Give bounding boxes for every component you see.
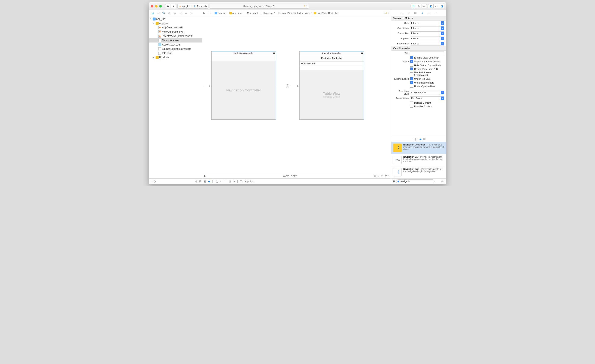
scm-icon[interactable]: ☒ (198, 180, 201, 183)
scene-root-view-controller[interactable]: Root View Controller Root View Controlle… (299, 51, 364, 120)
editor-standard-button[interactable]: ☰ (411, 4, 416, 8)
close-icon[interactable] (151, 5, 153, 7)
storyboard-canvas[interactable]: Navigation Controller Navigation Control… (202, 16, 391, 173)
library-search-input[interactable] (396, 179, 434, 183)
hide-debug-icon[interactable]: ▣ (204, 180, 206, 183)
forward-button[interactable]: 〉 (210, 11, 212, 14)
topbar-select[interactable]: Inferred⇅ (410, 36, 444, 40)
transition-select[interactable]: Cover Vertical⇅ (410, 91, 444, 94)
project-navigator-tab[interactable]: ▤ (150, 10, 155, 16)
under-top-checkbox[interactable]: ✓ (410, 77, 413, 80)
report-navigator-tab[interactable]: ☰ (189, 10, 194, 16)
initial-vc-checkbox[interactable]: – (410, 56, 413, 59)
size-select[interactable]: Inferred⇅ (410, 21, 444, 25)
run-button[interactable]: ▶ (165, 4, 171, 8)
presentation-select[interactable]: Full Screen⇅ (410, 96, 444, 100)
stop-button[interactable]: ■ (170, 4, 176, 8)
grid-icon[interactable]: ⊞ (393, 180, 395, 183)
adjust-insets-checkbox[interactable]: ✓ (410, 60, 413, 63)
step-into-button[interactable]: ↓ (220, 180, 221, 183)
recent-icon[interactable]: ◷ (195, 180, 197, 183)
under-bottom-checkbox[interactable]: ✓ (410, 81, 413, 84)
help-inspector-tab[interactable]: ? (405, 10, 411, 16)
toggle-navigator-button[interactable]: ◧ (428, 4, 434, 8)
pin-icon[interactable]: ⊢⊣ (385, 174, 390, 177)
tree-file[interactable]: Info.plist (149, 51, 202, 55)
tree-file[interactable]: ViewController.swift (149, 30, 202, 34)
library-item-navigation-item[interactable]: 〈 Navigation Item - Represents a state o… (391, 166, 446, 178)
tree-file[interactable]: TweetsViewController.swift (149, 34, 202, 38)
debug-target[interactable]: app_ios (245, 180, 254, 183)
navigation-bar-icon: 〈 Title (393, 156, 402, 164)
file-inspector-tab[interactable]: ▯ (399, 10, 404, 16)
hide-bottombar-checkbox[interactable] (410, 64, 413, 67)
title-input[interactable] (410, 51, 444, 55)
step-over-button[interactable]: △ (216, 180, 218, 183)
editor-version-button[interactable]: ↔ (421, 4, 427, 8)
filter-icon[interactable]: ◎ (153, 180, 156, 183)
minimize-icon[interactable] (155, 5, 157, 7)
orientation-select[interactable]: Inferred⇅ (410, 26, 444, 30)
jump-bar[interactable]: ⊞ 〈 〉 app_ios〉 app_ios〉 Mai…oard〉 Mai…as… (202, 10, 391, 16)
search-icon: ◉ (397, 180, 399, 182)
embed-icon[interactable]: ☰ (377, 174, 380, 177)
object-library: 〈 Navigation Controller - A controller t… (391, 142, 446, 178)
debug-navigator-tab[interactable]: ☰ (177, 10, 183, 16)
library-item-navigation-bar[interactable]: 〈 Title Navigation Bar - Provides a mech… (391, 154, 446, 166)
add-button[interactable]: + (150, 180, 152, 183)
align-icon[interactable]: ⊩ (381, 174, 383, 177)
defines-context-checkbox[interactable] (410, 101, 413, 104)
tree-file[interactable]: Assets.xcassets (149, 42, 202, 47)
symbol-navigator-tab[interactable]: ☷ (155, 10, 161, 16)
tree-project-root[interactable]: ▼app_ios (149, 17, 202, 21)
project-tree: ▼app_ios ▼app_ios AppDelegate.swift View… (149, 16, 202, 178)
size-inspector-tab[interactable]: ▤ (426, 10, 432, 16)
statusbar-select[interactable]: Inferred⇅ (410, 31, 444, 35)
tree-group[interactable]: ▶Products (149, 55, 202, 60)
warning-icon[interactable]: ⚠ (385, 12, 388, 14)
scheme-selector[interactable]: ▲ app_ios 〉 ▮ iPhone 6s (177, 4, 208, 8)
object-library-tab[interactable]: ◉ (419, 138, 421, 140)
debug-bar: ▣ ◆ ‖ △ ↓ ↑ | ▯ ➤ | ☰ app_ios (202, 178, 391, 184)
process-icon[interactable]: ☰ (240, 180, 242, 183)
zoom-icon[interactable] (159, 5, 162, 7)
issue-navigator-tab[interactable]: ⚠ (166, 10, 172, 16)
code-snippet-tab[interactable]: { } (415, 138, 418, 140)
inspector-tabs: ▯ ? ▦ ⇩ ▤ → (391, 10, 446, 16)
test-navigator-tab[interactable]: ◇ (172, 10, 177, 16)
layout-icon[interactable]: ▦ (374, 174, 376, 177)
scene-navigation-controller[interactable]: Navigation Controller Navigation Control… (211, 51, 276, 120)
attributes-inspector-tab[interactable]: ⇩ (419, 10, 425, 16)
library-item-navigation-controller[interactable]: 〈 Navigation Controller - A controller t… (391, 142, 446, 154)
tree-group[interactable]: ▼app_ios (149, 21, 202, 25)
toggle-debug-button[interactable]: ▭ (433, 4, 439, 8)
view-debug-icon[interactable]: ▯ (229, 180, 231, 183)
segue-icon[interactable]: ⊘ (286, 84, 289, 88)
pause-button[interactable]: ‖ (212, 180, 213, 183)
fullscreen-checkbox[interactable] (410, 72, 413, 75)
tree-file[interactable]: AppDelegate.swift (149, 25, 202, 30)
file-template-tab[interactable]: ▯ (412, 138, 413, 140)
clear-icon[interactable]: ⓧ (441, 180, 443, 183)
toggle-utilities-button[interactable]: ◨ (439, 4, 444, 8)
tree-file-selected[interactable]: Main.storyboard (149, 38, 202, 42)
tree-file[interactable]: LaunchScreen.storyboard (149, 47, 202, 51)
identity-inspector-tab[interactable]: ▦ (412, 10, 418, 16)
media-library-tab[interactable]: ▦ (423, 138, 425, 140)
connections-inspector-tab[interactable]: → (433, 10, 439, 16)
provides-context-checkbox[interactable] (410, 105, 413, 108)
under-opaque-checkbox[interactable] (410, 85, 413, 88)
library-search-bar: ⊞ ◉ ⓧ (391, 178, 446, 184)
location-icon[interactable]: ➤ (233, 180, 235, 183)
related-items-icon[interactable]: ⊞ (203, 12, 205, 14)
editor-assistant-button[interactable]: ◎ (416, 4, 421, 8)
back-button[interactable]: 〈 (206, 11, 209, 14)
step-out-button[interactable]: ↑ (223, 180, 224, 183)
breakpoint-navigator-tab[interactable]: ▱ (183, 10, 189, 16)
find-navigator-tab[interactable]: 🔍 (161, 10, 166, 16)
document-outline-toggle[interactable]: ◧ (204, 174, 206, 177)
breakpoints-toggle[interactable]: ◆ (208, 180, 210, 183)
bottombar-select[interactable]: Inferred⇅ (410, 42, 444, 45)
resize-nib-checkbox[interactable]: ✓ (410, 68, 413, 70)
navigator-sidebar: ▤ ☷ 🔍 ⚠ ◇ ☰ ▱ ☰ ▼app_ios ▼app_ios AppDel… (149, 10, 202, 184)
